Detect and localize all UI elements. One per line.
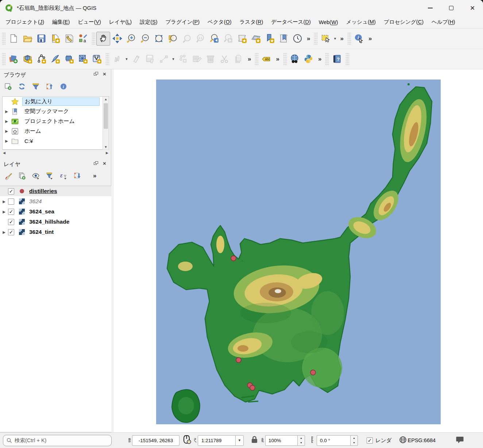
map-raster[interactable] xyxy=(156,80,441,424)
layer-styling-icon[interactable] xyxy=(2,170,14,181)
open-project-button[interactable] xyxy=(20,32,34,46)
new-3d-map-view-button[interactable] xyxy=(249,32,263,46)
layer-row-3624-sea[interactable]: ▶ ✓ 3624_sea xyxy=(0,206,111,217)
select-features-button[interactable] xyxy=(318,32,332,46)
toolbar-drag-handle[interactable] xyxy=(348,32,351,45)
pan-to-selection-button[interactable] xyxy=(110,32,124,46)
rotation-down-arrow[interactable]: ▼ xyxy=(351,440,358,445)
label-toolbar-button[interactable]: abc xyxy=(259,52,273,66)
refresh-icon[interactable] xyxy=(16,81,28,92)
filter-browser-icon[interactable] xyxy=(30,81,42,92)
zoom-out-button[interactable] xyxy=(138,32,152,46)
show-bookmarks-button[interactable] xyxy=(277,32,290,46)
toolbar-drag-handle[interactable] xyxy=(2,32,5,45)
filter-legend-icon[interactable] xyxy=(44,170,55,181)
identify-features-button[interactable]: i xyxy=(352,32,366,46)
crs-globe-icon[interactable] xyxy=(399,436,407,445)
browser-close-icon[interactable] xyxy=(102,72,108,77)
browser-float-icon[interactable] xyxy=(93,72,99,77)
toolbar-overflow-chevron[interactable]: » xyxy=(366,35,374,42)
vertex-tool-button[interactable] xyxy=(176,52,190,66)
menu-raster[interactable]: ラスタ(R) xyxy=(236,17,267,27)
new-project-button[interactable] xyxy=(7,32,20,46)
new-geopackage-layer-button[interactable] xyxy=(20,52,34,66)
browser-item-favorites[interactable]: ▶ お気に入り xyxy=(3,97,109,107)
delete-selected-button[interactable] xyxy=(204,52,217,66)
toolbar-overflow-chevron[interactable]: » xyxy=(337,35,345,42)
layer-checkbox[interactable]: ✓ xyxy=(8,209,14,215)
toolbar-drag-handle[interactable] xyxy=(346,53,349,66)
layer-checkbox[interactable]: ✓ xyxy=(8,219,14,225)
new-gpx-layer-button[interactable] xyxy=(90,52,104,66)
browser-item-project-home[interactable]: ▶ プロジェクトホーム xyxy=(3,116,109,126)
browser-item-spatial-bookmarks[interactable]: ▶ 空間ブックマーク xyxy=(3,107,109,116)
layer-row-distilleries[interactable]: ▶ ✓ distilleries xyxy=(0,186,111,196)
collapse-all-icon[interactable] xyxy=(44,81,55,92)
toolbar-overflow-chevron[interactable]: » xyxy=(273,55,281,63)
search-input[interactable]: 検索(Ctrl + K) xyxy=(3,435,112,446)
toolbar-drag-handle[interactable] xyxy=(325,53,329,66)
layer-row-3624-tint[interactable]: ▶ ✓ 3624_tint xyxy=(0,227,111,237)
menu-project[interactable]: プロジェクト(J) xyxy=(1,17,48,27)
expand-collapse-all-icon[interactable] xyxy=(72,170,83,181)
new-shapefile-layer-button[interactable] xyxy=(34,52,48,66)
properties-widget-icon[interactable]: i xyxy=(58,81,69,92)
browser-item-c-drive[interactable]: ▶ C:¥ xyxy=(3,136,109,146)
layers-toolbar-overflow-chevron[interactable]: » xyxy=(90,172,98,179)
magnifier-up-arrow[interactable]: ▲ xyxy=(298,436,305,441)
layer-row-3624-hillshade[interactable]: ▶ ✓ 3624_hillshade xyxy=(0,217,111,227)
lock-scale-icon[interactable] xyxy=(251,436,258,445)
maximize-button[interactable] xyxy=(441,0,462,16)
messages-icon[interactable] xyxy=(456,436,464,445)
menu-database[interactable]: データベース(D) xyxy=(267,17,315,27)
zoom-native-button[interactable]: 1:1 xyxy=(193,32,207,46)
menu-view[interactable]: ビュー(V) xyxy=(74,17,105,27)
toolbar-drag-handle[interactable] xyxy=(255,53,258,66)
layer-checkbox[interactable]: ✓ xyxy=(8,188,14,194)
map-canvas[interactable] xyxy=(114,69,483,432)
toolbar-overflow-chevron[interactable]: » xyxy=(304,35,312,42)
menu-mesh[interactable]: メッシュ(M) xyxy=(342,17,380,27)
filter-by-expression-icon[interactable]: ε xyxy=(58,170,69,181)
layer-checkbox[interactable]: ✓ xyxy=(8,229,14,235)
style-manager-button[interactable]: a xyxy=(76,32,90,46)
toolbar-drag-handle[interactable] xyxy=(2,53,5,66)
coordinate-input[interactable]: -151549, 26263 xyxy=(132,435,179,446)
layers-close-icon[interactable] xyxy=(102,161,108,166)
rotation-spinbox[interactable]: 0.0 ° ▲▼ xyxy=(317,435,358,446)
menu-help[interactable]: ヘルプ(H) xyxy=(428,17,459,27)
toolbar-drag-handle[interactable] xyxy=(106,53,109,66)
layer-row-3624[interactable]: ▶ ✓ 3624 xyxy=(0,196,111,206)
new-mesh-layer-button[interactable] xyxy=(76,52,90,66)
toolbar-drag-handle[interactable] xyxy=(92,32,95,45)
zoom-next-button[interactable] xyxy=(221,32,235,46)
new-map-view-button[interactable] xyxy=(235,32,249,46)
scale-dropdown[interactable]: ▼ xyxy=(236,435,244,446)
toolbar-overflow-chevron[interactable]: » xyxy=(245,55,253,63)
toolbar-drag-handle[interactable] xyxy=(283,53,287,66)
python-console-button[interactable] xyxy=(302,52,316,66)
browser-item-home[interactable]: ▶ ホーム xyxy=(3,126,109,136)
temporal-controller-button[interactable] xyxy=(290,32,304,46)
layers-float-icon[interactable] xyxy=(93,161,99,166)
add-group-icon[interactable] xyxy=(16,170,28,181)
zoom-in-button[interactable] xyxy=(124,32,138,46)
manage-map-themes-icon[interactable] xyxy=(30,170,42,181)
menu-web[interactable]: Web(W) xyxy=(315,18,342,27)
new-virtual-layer-button[interactable] xyxy=(62,52,76,66)
menu-settings[interactable]: 設定(S) xyxy=(136,17,161,27)
layout-manager-button[interactable] xyxy=(62,32,76,46)
menu-plugins[interactable]: プラグイン(P) xyxy=(162,17,204,27)
menu-vector[interactable]: ベクタ(O) xyxy=(204,17,235,27)
data-source-manager-button[interactable] xyxy=(7,52,20,66)
render-checkbox[interactable]: ✓ xyxy=(367,437,373,444)
zoom-full-button[interactable] xyxy=(152,32,166,46)
cut-features-button[interactable] xyxy=(217,52,231,66)
menu-processing[interactable]: プロセシング(C) xyxy=(380,17,428,27)
new-print-layout-button[interactable] xyxy=(48,32,62,46)
close-button[interactable]: ✕ xyxy=(462,0,483,16)
zoom-to-layer-button[interactable] xyxy=(166,32,179,46)
extent-icon[interactable] xyxy=(182,435,191,446)
rotation-up-arrow[interactable]: ▲ xyxy=(351,436,358,441)
pan-map-button[interactable] xyxy=(96,32,110,46)
